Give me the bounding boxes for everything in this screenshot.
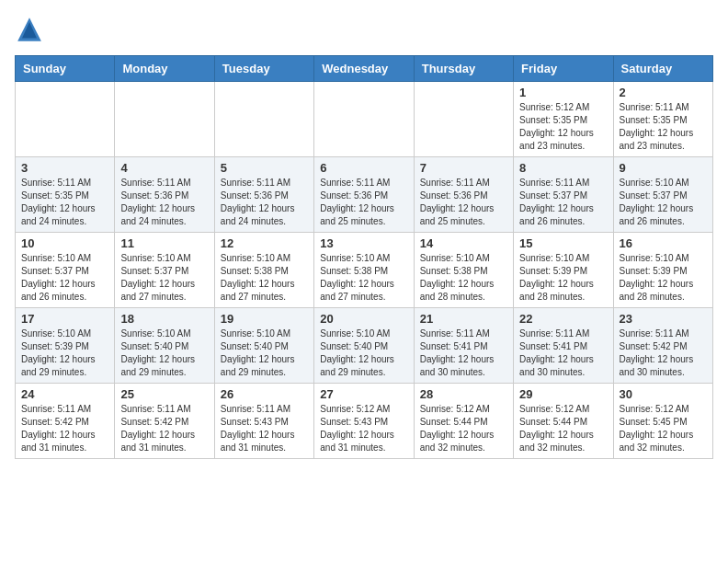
day-info: Sunrise: 5:11 AMSunset: 5:42 PMDaylight:…: [620, 327, 707, 379]
day-info: Sunrise: 5:10 AMSunset: 5:38 PMDaylight:…: [320, 252, 407, 304]
day-info: Sunrise: 5:10 AMSunset: 5:40 PMDaylight:…: [120, 327, 208, 379]
calendar-day-cell: 3Sunrise: 5:11 AMSunset: 5:35 PMDaylight…: [16, 157, 115, 233]
calendar-day-cell: 4Sunrise: 5:11 AMSunset: 5:36 PMDaylight…: [115, 157, 214, 233]
calendar-day-cell: 23Sunrise: 5:11 AMSunset: 5:42 PMDayligh…: [613, 308, 712, 384]
day-number: 27: [320, 387, 407, 401]
calendar-day-cell: 1Sunrise: 5:12 AMSunset: 5:35 PMDaylight…: [514, 82, 613, 157]
day-info: Sunrise: 5:12 AMSunset: 5:43 PMDaylight:…: [320, 403, 407, 454]
day-info: Sunrise: 5:11 AMSunset: 5:41 PMDaylight:…: [420, 327, 507, 379]
day-info: Sunrise: 5:11 AMSunset: 5:42 PMDaylight:…: [21, 403, 108, 454]
day-info: Sunrise: 5:11 AMSunset: 5:35 PMDaylight:…: [21, 177, 108, 228]
day-number: 3: [21, 161, 108, 175]
day-number: 6: [320, 161, 407, 175]
calendar-day-cell: [16, 82, 115, 157]
day-number: 26: [221, 387, 308, 401]
weekday-header: Tuesday: [214, 56, 313, 82]
calendar-day-cell: 25Sunrise: 5:11 AMSunset: 5:42 PMDayligh…: [115, 384, 214, 459]
day-number: 5: [221, 161, 308, 175]
page-header: [15, 15, 713, 44]
calendar-day-cell: [214, 82, 313, 157]
day-info: Sunrise: 5:10 AMSunset: 5:38 PMDaylight:…: [221, 252, 308, 304]
day-info: Sunrise: 5:10 AMSunset: 5:40 PMDaylight:…: [221, 327, 308, 379]
day-number: 14: [420, 236, 507, 250]
day-number: 18: [120, 312, 208, 326]
day-info: Sunrise: 5:10 AMSunset: 5:37 PMDaylight:…: [120, 252, 208, 304]
day-info: Sunrise: 5:11 AMSunset: 5:36 PMDaylight:…: [221, 177, 308, 228]
logo-icon: [15, 15, 44, 44]
day-info: Sunrise: 5:12 AMSunset: 5:44 PMDaylight:…: [420, 403, 507, 454]
calendar-week-row: 3Sunrise: 5:11 AMSunset: 5:35 PMDaylight…: [16, 157, 713, 233]
calendar-week-row: 1Sunrise: 5:12 AMSunset: 5:35 PMDaylight…: [16, 82, 713, 157]
calendar-header-row: SundayMondayTuesdayWednesdayThursdayFrid…: [16, 56, 713, 82]
calendar-day-cell: 18Sunrise: 5:10 AMSunset: 5:40 PMDayligh…: [115, 308, 214, 384]
day-number: 17: [21, 312, 108, 326]
calendar-table: SundayMondayTuesdayWednesdayThursdayFrid…: [15, 55, 713, 459]
weekday-header: Wednesday: [314, 56, 414, 82]
day-info: Sunrise: 5:11 AMSunset: 5:36 PMDaylight:…: [420, 177, 507, 228]
day-number: 29: [519, 387, 607, 401]
calendar-day-cell: 22Sunrise: 5:11 AMSunset: 5:41 PMDayligh…: [514, 308, 613, 384]
calendar-day-cell: 16Sunrise: 5:10 AMSunset: 5:39 PMDayligh…: [613, 233, 712, 308]
day-info: Sunrise: 5:11 AMSunset: 5:43 PMDaylight:…: [221, 403, 308, 454]
calendar-day-cell: 8Sunrise: 5:11 AMSunset: 5:37 PMDaylight…: [514, 157, 613, 233]
calendar-day-cell: 10Sunrise: 5:10 AMSunset: 5:37 PMDayligh…: [16, 233, 115, 308]
calendar-day-cell: 5Sunrise: 5:11 AMSunset: 5:36 PMDaylight…: [214, 157, 313, 233]
calendar-day-cell: 20Sunrise: 5:10 AMSunset: 5:40 PMDayligh…: [314, 308, 414, 384]
day-info: Sunrise: 5:12 AMSunset: 5:44 PMDaylight:…: [519, 403, 607, 454]
day-number: 20: [320, 312, 407, 326]
weekday-header: Sunday: [16, 56, 115, 82]
day-number: 21: [420, 312, 507, 326]
day-info: Sunrise: 5:10 AMSunset: 5:39 PMDaylight:…: [519, 252, 607, 304]
day-number: 13: [320, 236, 407, 250]
calendar-day-cell: 24Sunrise: 5:11 AMSunset: 5:42 PMDayligh…: [16, 384, 115, 459]
day-info: Sunrise: 5:10 AMSunset: 5:37 PMDaylight:…: [21, 252, 108, 304]
day-info: Sunrise: 5:12 AMSunset: 5:45 PMDaylight:…: [620, 403, 707, 454]
day-info: Sunrise: 5:11 AMSunset: 5:36 PMDaylight:…: [320, 177, 407, 228]
weekday-header: Monday: [115, 56, 214, 82]
calendar-day-cell: 27Sunrise: 5:12 AMSunset: 5:43 PMDayligh…: [314, 384, 414, 459]
day-info: Sunrise: 5:10 AMSunset: 5:40 PMDaylight:…: [320, 327, 407, 379]
weekday-header: Thursday: [414, 56, 513, 82]
day-info: Sunrise: 5:10 AMSunset: 5:37 PMDaylight:…: [620, 177, 707, 228]
day-number: 19: [221, 312, 308, 326]
day-number: 22: [519, 312, 607, 326]
day-number: 4: [120, 161, 208, 175]
calendar-day-cell: 28Sunrise: 5:12 AMSunset: 5:44 PMDayligh…: [414, 384, 513, 459]
day-number: 23: [620, 312, 707, 326]
weekday-header: Friday: [514, 56, 613, 82]
day-number: 30: [620, 387, 707, 401]
calendar-day-cell: 19Sunrise: 5:10 AMSunset: 5:40 PMDayligh…: [214, 308, 313, 384]
calendar-week-row: 24Sunrise: 5:11 AMSunset: 5:42 PMDayligh…: [16, 384, 713, 459]
calendar-day-cell: 26Sunrise: 5:11 AMSunset: 5:43 PMDayligh…: [214, 384, 313, 459]
day-info: Sunrise: 5:10 AMSunset: 5:39 PMDaylight:…: [21, 327, 108, 379]
calendar-day-cell: 6Sunrise: 5:11 AMSunset: 5:36 PMDaylight…: [314, 157, 414, 233]
calendar-day-cell: 17Sunrise: 5:10 AMSunset: 5:39 PMDayligh…: [16, 308, 115, 384]
day-number: 7: [420, 161, 507, 175]
day-info: Sunrise: 5:11 AMSunset: 5:35 PMDaylight:…: [620, 101, 707, 153]
day-info: Sunrise: 5:11 AMSunset: 5:36 PMDaylight:…: [120, 177, 208, 228]
calendar-day-cell: 9Sunrise: 5:10 AMSunset: 5:37 PMDaylight…: [613, 157, 712, 233]
day-number: 16: [620, 236, 707, 250]
day-number: 15: [519, 236, 607, 250]
calendar-day-cell: 29Sunrise: 5:12 AMSunset: 5:44 PMDayligh…: [514, 384, 613, 459]
calendar-day-cell: 21Sunrise: 5:11 AMSunset: 5:41 PMDayligh…: [414, 308, 513, 384]
calendar-day-cell: [314, 82, 414, 157]
day-number: 24: [21, 387, 108, 401]
day-info: Sunrise: 5:12 AMSunset: 5:35 PMDaylight:…: [519, 101, 607, 153]
day-number: 12: [221, 236, 308, 250]
calendar-week-row: 17Sunrise: 5:10 AMSunset: 5:39 PMDayligh…: [16, 308, 713, 384]
weekday-header: Saturday: [613, 56, 712, 82]
day-info: Sunrise: 5:11 AMSunset: 5:41 PMDaylight:…: [519, 327, 607, 379]
calendar-day-cell: 15Sunrise: 5:10 AMSunset: 5:39 PMDayligh…: [514, 233, 613, 308]
day-number: 8: [519, 161, 607, 175]
calendar-day-cell: 7Sunrise: 5:11 AMSunset: 5:36 PMDaylight…: [414, 157, 513, 233]
calendar-day-cell: [414, 82, 513, 157]
day-number: 2: [620, 86, 707, 99]
day-info: Sunrise: 5:11 AMSunset: 5:42 PMDaylight:…: [120, 403, 208, 454]
day-number: 9: [620, 161, 707, 175]
calendar-day-cell: [115, 82, 214, 157]
calendar-day-cell: 11Sunrise: 5:10 AMSunset: 5:37 PMDayligh…: [115, 233, 214, 308]
day-number: 11: [120, 236, 208, 250]
logo: [15, 15, 48, 44]
day-info: Sunrise: 5:10 AMSunset: 5:38 PMDaylight:…: [420, 252, 507, 304]
